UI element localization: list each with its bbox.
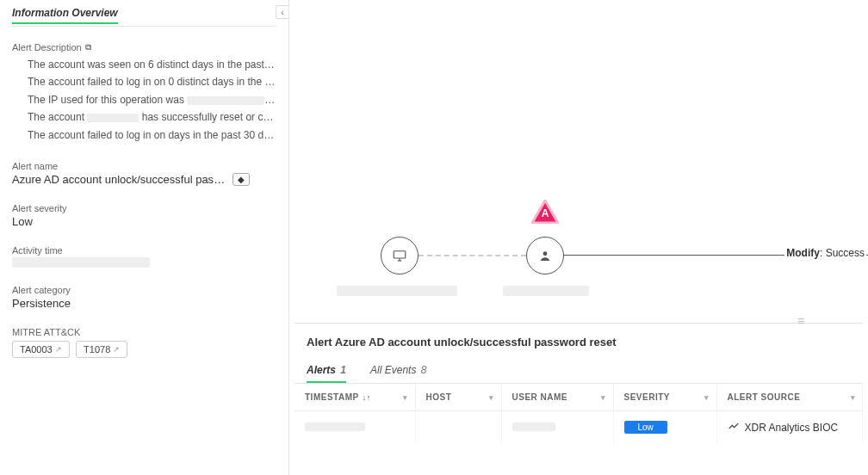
user-icon xyxy=(537,248,553,263)
host-node[interactable] xyxy=(381,237,418,275)
sort-indicator-icon: ↓↑ xyxy=(363,393,371,402)
info-sidebar: ‹ Information Overview Alert Description… xyxy=(0,0,289,475)
popout-icon[interactable]: ⧉ xyxy=(85,42,91,52)
alert-severity-value: Low xyxy=(12,215,276,228)
section-title: Information Overview xyxy=(12,7,118,24)
drag-handle[interactable]: ≡ xyxy=(797,314,811,328)
detail-tabs: Alerts 1 All Events 8 xyxy=(294,364,863,384)
redacted xyxy=(187,96,264,105)
alert-name-value: Azure AD account unlock/successful passw… xyxy=(12,173,227,186)
mitre-label: MITRE ATT&CK xyxy=(12,327,276,337)
alert-description-list: The account was seen on 6 distinct days … xyxy=(12,56,276,144)
graph-edge-dashed xyxy=(418,255,526,256)
external-link-icon: ↗ xyxy=(113,345,120,354)
alert-severity-label: Alert severity xyxy=(12,203,276,213)
filter-icon[interactable]: ▾ xyxy=(704,393,710,402)
alert-category-label: Alert category xyxy=(12,285,276,295)
redacted xyxy=(512,423,555,431)
collapse-sidebar-button[interactable]: ‹ xyxy=(276,5,289,19)
edge-label: Modify: Success xyxy=(784,247,866,259)
alert-severity-block: Alert severity Low xyxy=(12,203,276,228)
alert-category-block: Alert category Persistence xyxy=(12,285,276,310)
alert-name-label: Alert name xyxy=(12,161,276,171)
redacted xyxy=(305,423,365,431)
alert-description-block: Alert Description ⧉ The account was seen… xyxy=(12,42,276,144)
analytics-icon xyxy=(728,420,740,435)
alert-detail-panel: ≡ Alert Azure AD account unlock/successf… xyxy=(294,323,863,475)
redacted xyxy=(87,114,139,122)
mitre-tag[interactable]: T1078↗ xyxy=(76,341,127,358)
alert-triangle-badge[interactable]: A xyxy=(531,200,559,224)
alert-name-block: Alert name Azure AD account unlock/succe… xyxy=(12,161,276,186)
list-item: The account has successfully reset or ch… xyxy=(28,108,276,126)
redacted xyxy=(337,286,457,296)
list-item: The account was seen on 6 distinct days … xyxy=(28,56,276,73)
list-item: The account failed to log in on 0 distin… xyxy=(28,73,276,90)
col-host[interactable]: HOST ▾ xyxy=(415,384,501,411)
redacted xyxy=(503,286,589,296)
shield-icon[interactable]: ◆ xyxy=(232,173,250,186)
tab-all-events[interactable]: All Events 8 xyxy=(370,364,426,383)
col-timestamp[interactable]: TIMESTAMP↓↑ ▾ xyxy=(294,384,415,411)
alert-source-value: XDR Analytics BIOC xyxy=(745,422,839,434)
mitre-tag[interactable]: TA0003↗ xyxy=(12,341,70,358)
col-severity[interactable]: SEVERITY ▾ xyxy=(613,384,716,411)
svg-rect-1 xyxy=(394,251,406,258)
activity-time-label: Activity time xyxy=(12,245,276,256)
alert-detail-title: Alert Azure AD account unlock/successful… xyxy=(294,324,863,364)
tab-alerts[interactable]: Alerts 1 xyxy=(307,364,346,383)
main-pane: A Modify: Success ≡ Alert Azure AD accou… xyxy=(289,0,868,475)
filter-icon[interactable]: ▾ xyxy=(851,393,856,402)
filter-icon[interactable]: ▾ xyxy=(601,393,606,402)
list-item: The IP used for this operation was … xyxy=(28,91,276,108)
severity-badge: Low xyxy=(624,421,667,434)
causality-graph[interactable]: A Modify: Success xyxy=(289,0,868,318)
list-item: The account failed to log in on days in … xyxy=(28,126,276,144)
external-link-icon: ↗ xyxy=(55,345,62,354)
table-row[interactable]: Low XDR Analytics BIOC xyxy=(294,411,863,444)
alert-category-value: Persistence xyxy=(12,297,276,310)
activity-time-block: Activity time xyxy=(12,245,276,268)
col-username[interactable]: USER NAME ▾ xyxy=(501,384,613,411)
user-node[interactable] xyxy=(526,237,564,275)
filter-icon[interactable]: ▾ xyxy=(403,393,408,402)
filter-icon[interactable]: ▾ xyxy=(489,393,494,402)
alert-description-label: Alert Description xyxy=(12,42,82,52)
monitor-icon xyxy=(392,248,407,263)
svg-point-4 xyxy=(543,251,548,256)
mitre-block: MITRE ATT&CK TA0003↗ T1078↗ xyxy=(12,327,276,358)
redacted xyxy=(12,257,150,268)
alerts-table: TIMESTAMP↓↑ ▾ HOST ▾ USER NAME ▾ SEVER xyxy=(294,384,863,443)
col-alert-source[interactable]: ALERT SOURCE ▾ xyxy=(716,384,863,411)
